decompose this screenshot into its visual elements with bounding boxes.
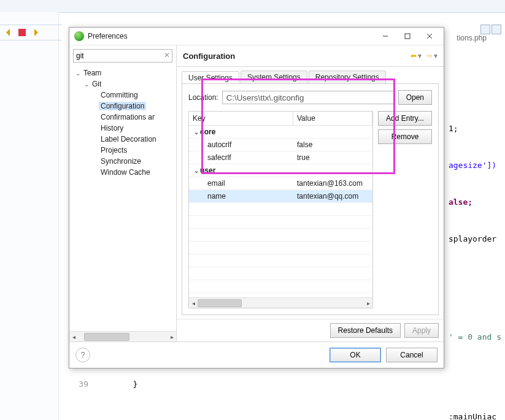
maximize-pane-icon[interactable] — [492, 25, 501, 34]
tree-node-committing[interactable]: Committing — [72, 90, 175, 101]
left-gutter-bg — [0, 12, 59, 420]
nav-back-menu-icon[interactable]: ▾ — [418, 52, 422, 60]
config-table[interactable]: Key Value ⌄core autocrlffalse safecrlftr… — [188, 111, 373, 308]
remove-button[interactable]: Remove — [378, 129, 432, 144]
table-row[interactable] — [189, 229, 372, 242]
cancel-button[interactable]: Cancel — [386, 348, 438, 362]
preferences-tree-pane: ✕ ⌄Team ⌄Git Committing Configuration Co… — [69, 45, 177, 342]
tab-repository-settings[interactable]: Repository Settings — [309, 71, 386, 83]
table-row[interactable]: ⌄core — [189, 126, 372, 139]
config-tabs: User Settings System Settings Repository… — [177, 67, 444, 83]
editor-tab-label[interactable]: tions.php — [457, 34, 487, 42]
table-row[interactable] — [189, 216, 372, 229]
column-key[interactable]: Key — [189, 112, 293, 125]
table-row[interactable] — [189, 203, 372, 216]
back-icon[interactable] — [4, 28, 13, 37]
scroll-thumb[interactable] — [198, 299, 242, 307]
nav-forward-icon[interactable]: ➡ — [426, 52, 433, 60]
tree-node-synchronize[interactable]: Synchronize — [72, 156, 175, 167]
tree-node-team[interactable]: ⌄Team — [72, 67, 175, 78]
tree-node-history[interactable]: History — [72, 123, 175, 134]
scroll-right-icon[interactable]: ▸ — [364, 299, 372, 307]
red-stop-icon[interactable] — [17, 28, 27, 37]
table-row[interactable] — [189, 242, 372, 254]
maximize-button[interactable] — [398, 29, 417, 43]
table-row[interactable]: safecrlftrue — [189, 151, 372, 164]
minimize-pane-icon[interactable] — [480, 25, 490, 34]
filter-input[interactable] — [73, 49, 172, 63]
location-label: Location: — [188, 93, 218, 102]
ok-button[interactable]: OK — [330, 348, 381, 362]
dialog-titlebar[interactable]: Preferences — [69, 28, 444, 45]
preferences-dialog: Preferences ✕ ⌄Team ⌄Git Committing Conf… — [69, 27, 444, 368]
table-row[interactable]: nametantexian@qq.com — [189, 190, 372, 203]
tab-user-settings[interactable]: User Settings — [182, 71, 239, 84]
page-title: Configuration — [183, 52, 407, 61]
clear-filter-icon[interactable]: ✕ — [164, 51, 170, 59]
table-row[interactable]: emailtantexian@163.com — [189, 177, 372, 190]
tree-node-window-cache[interactable]: Window Cache — [72, 167, 175, 178]
location-field[interactable] — [222, 91, 395, 104]
restore-defaults-button[interactable]: Restore Defaults — [330, 323, 401, 338]
tree-node-configuration[interactable]: Configuration — [72, 101, 175, 112]
app-toolbar — [0, 0, 505, 13]
nav-forward-menu-icon[interactable]: ▾ — [434, 52, 438, 60]
editor-nav-icons — [0, 25, 62, 40]
table-row[interactable]: autocrlffalse — [189, 139, 372, 151]
svg-rect-1 — [405, 34, 410, 39]
apply-button[interactable]: Apply — [404, 323, 439, 338]
preferences-icon — [74, 31, 84, 41]
scroll-thumb[interactable] — [84, 333, 129, 341]
column-value[interactable]: Value — [293, 112, 372, 125]
table-horizontal-scrollbar[interactable]: ◂ ▸ — [189, 297, 372, 308]
scroll-left-icon[interactable]: ◂ — [69, 332, 78, 341]
close-button[interactable] — [420, 29, 439, 43]
tree-node-label-decoration[interactable]: Label Decoration — [72, 134, 175, 145]
nav-back-icon[interactable]: ⬅ — [411, 52, 417, 60]
forward-icon[interactable] — [31, 28, 40, 37]
preferences-tree[interactable]: ⌄Team ⌄Git Committing Configuration Conf… — [69, 66, 176, 331]
tree-node-git[interactable]: ⌄Git — [72, 78, 175, 90]
minimize-button[interactable] — [376, 29, 395, 43]
table-row[interactable] — [189, 280, 372, 293]
help-icon[interactable]: ? — [75, 348, 90, 362]
svg-rect-0 — [18, 29, 26, 36]
editor-pane-controls — [480, 25, 501, 34]
tree-node-confirmations[interactable]: Confirmations ar — [72, 112, 175, 123]
scroll-left-icon[interactable]: ◂ — [189, 299, 198, 307]
add-entry-button[interactable]: Add Entry... — [378, 111, 432, 126]
tree-horizontal-scrollbar[interactable]: ◂ ▸ — [69, 331, 176, 342]
tree-node-projects[interactable]: Projects — [72, 145, 175, 156]
tab-system-settings[interactable]: System Settings — [241, 71, 307, 83]
table-row[interactable]: ⌄user — [189, 164, 372, 177]
table-row[interactable] — [189, 254, 372, 267]
dialog-title: Preferences — [88, 32, 128, 40]
open-button[interactable]: Open — [398, 90, 432, 105]
table-row[interactable] — [189, 267, 372, 280]
scroll-right-icon[interactable]: ▸ — [168, 332, 176, 341]
